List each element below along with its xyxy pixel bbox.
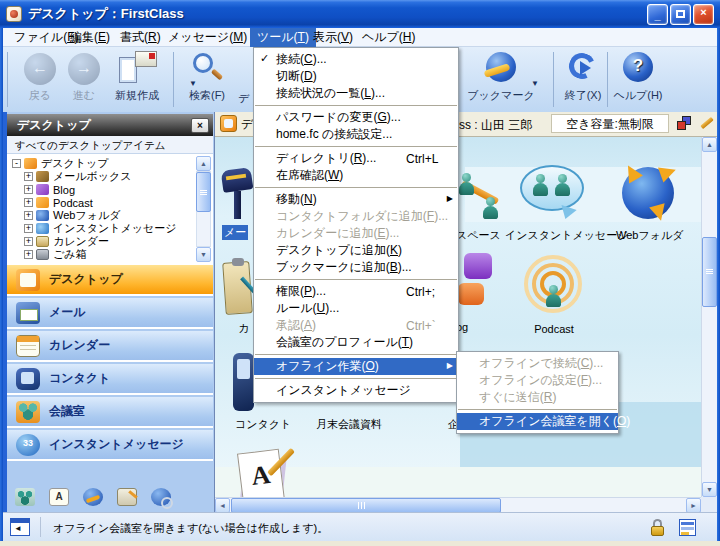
scroll-thumb[interactable] — [196, 172, 211, 212]
menu-item-move[interactable]: 移動(N) ▶ — [254, 191, 458, 208]
expand-icon[interactable]: + — [24, 250, 33, 259]
scroll-thumb[interactable] — [702, 237, 717, 307]
bookmark-button[interactable]: ブックマーク — [461, 51, 541, 103]
webfolder-icon — [36, 210, 49, 221]
bookmark-dropdown-arrow[interactable]: ▼ — [531, 79, 539, 88]
scroll-left-button[interactable]: ◄ — [215, 498, 230, 512]
calendar-desktop-icon[interactable] — [224, 258, 254, 318]
maximize-button[interactable] — [670, 4, 691, 25]
menu-item-change-password[interactable]: パスワードの変更(G)... — [254, 109, 458, 126]
minimize-button[interactable]: _ — [647, 4, 668, 25]
tree-item-mailbox[interactable]: + メールボックス — [24, 170, 213, 183]
menu-view[interactable]: 表示(V) — [306, 28, 360, 47]
podcast-label[interactable]: Podcast — [522, 323, 586, 335]
podcast-desktop-icon[interactable] — [522, 255, 586, 319]
scroll-up-button[interactable]: ▲ — [196, 156, 211, 171]
workspace-mini-icon[interactable] — [15, 488, 35, 506]
collapse-icon[interactable]: - — [12, 159, 21, 168]
tree-item-trash[interactable]: + ごみ箱 — [24, 248, 213, 261]
notes-mini-icon[interactable] — [117, 488, 137, 506]
calendar-label-fragment[interactable]: カ — [238, 321, 249, 336]
mailbox-desktop-icon[interactable] — [222, 165, 256, 223]
submenu-item-open-offline-conference[interactable]: オフライン会議室を開く(O) — [457, 413, 618, 430]
menu-item-connect[interactable]: ✓ 接続(C)... — [254, 51, 458, 68]
vertical-scrollbar[interactable]: ▲ ▼ — [701, 137, 717, 497]
submenu-item-send-now[interactable]: すぐに送信(R) — [457, 389, 618, 406]
expand-icon[interactable]: + — [24, 211, 33, 220]
instant-message-label[interactable]: インスタントメッセージ — [505, 228, 605, 243]
menu-edit[interactable]: 編集(E) — [63, 28, 117, 47]
horizontal-scrollbar[interactable]: ◄ ► — [215, 497, 701, 512]
tree-scrollbar[interactable]: ▲ ▼ — [196, 156, 211, 262]
scroll-right-button[interactable]: ► — [686, 498, 701, 512]
menu-item-approval[interactable]: 承認(A) Ctrl+` — [254, 317, 458, 334]
menu-format[interactable]: 書式(R) — [113, 28, 168, 47]
menu-item-rules[interactable]: ルール(U)... — [254, 300, 458, 317]
new-message-button[interactable]: 新規作成 — [107, 51, 167, 103]
forward-button[interactable]: → 進む — [61, 51, 107, 103]
expand-icon[interactable]: + — [24, 172, 33, 181]
scroll-up-button[interactable]: ▲ — [702, 137, 717, 152]
nav-desktop[interactable]: デスクトップ — [7, 265, 213, 296]
exit-icon — [566, 51, 600, 85]
nav-mail[interactable]: メール — [7, 298, 213, 329]
scroll-down-button[interactable]: ▼ — [702, 482, 717, 497]
contact-icon — [16, 368, 40, 390]
expand-icon[interactable]: + — [24, 185, 33, 194]
panel-close-button[interactable]: × — [191, 118, 209, 133]
firstclass-window: デスクトップ：FirstClass _ × ファイル(F) 編集(E) 書式(R… — [0, 0, 720, 546]
close-button[interactable]: × — [693, 4, 714, 25]
monthly-doc-label[interactable]: 月末会議資料 — [316, 417, 382, 432]
menu-item-conference-profile[interactable]: 会議室のプロフィール(T) — [254, 334, 458, 351]
nav-conference[interactable]: 会議室 — [7, 397, 213, 428]
menu-item-presence[interactable]: 在席確認(W) — [254, 167, 458, 184]
edit-pencil-icon[interactable] — [698, 115, 714, 131]
menu-help[interactable]: ヘルプ(H) — [355, 28, 423, 47]
sidebar-mini-icons: A — [7, 480, 213, 514]
webfolder-mini-icon[interactable] — [83, 488, 103, 506]
expand-icon[interactable]: + — [24, 198, 33, 207]
menu-item-connection-list[interactable]: 接続状況の一覧(L)... — [254, 85, 458, 102]
menu-item-add-to-bookmarks[interactable]: ブックマークに追加(B)... — [254, 259, 458, 276]
instant-message-desktop-icon[interactable] — [520, 165, 588, 227]
directory-button-partial[interactable]: デ — [235, 51, 253, 106]
tree-item-blog[interactable]: + Blog — [24, 183, 213, 196]
mailbox-label-selected[interactable]: メー — [222, 225, 248, 240]
menu-item-offline-work[interactable]: オフライン作業(O) ▶ — [254, 358, 458, 375]
menu-item-homefc-settings[interactable]: home.fc の接続設定... — [254, 126, 458, 143]
submenu-arrow-icon: ▶ — [447, 361, 453, 370]
expand-icon[interactable]: + — [24, 224, 33, 233]
scroll-down-button[interactable]: ▼ — [196, 247, 211, 262]
nav-instant-message[interactable]: 33 インスタントメッセージ — [7, 430, 213, 461]
menu-item-add-to-contacts[interactable]: コンタクトフォルダに追加(F)... — [254, 208, 458, 225]
lock-icon — [651, 519, 665, 536]
contact-label[interactable]: コンタクト — [235, 417, 291, 432]
help-button[interactable]: ? ヘルプ(H) — [613, 51, 663, 103]
menu-item-add-to-desktop[interactable]: デスクトップに追加(K) — [254, 242, 458, 259]
menu-item-add-to-calendar[interactable]: カレンダーに追加(E)... — [254, 225, 458, 242]
menu-item-disconnect[interactable]: 切断(D) — [254, 68, 458, 85]
websearch-mini-icon[interactable] — [151, 488, 171, 506]
webfolder-desktop-icon[interactable] — [616, 161, 680, 227]
menu-item-instant-message[interactable]: インスタントメッセージ — [254, 382, 458, 399]
submenu-item-offline-connect[interactable]: オフラインで接続(C)... — [457, 355, 618, 372]
workspace-label-fragment[interactable]: スペース — [456, 228, 501, 243]
submenu-item-offline-settings[interactable]: オフラインの設定(F)... — [457, 372, 618, 389]
nav-calendar[interactable]: カレンダー — [7, 331, 213, 362]
sidebar-toggle-icon[interactable]: ◄ — [10, 518, 30, 536]
nav-contact[interactable]: コンタクト — [7, 364, 213, 395]
list-view-icon[interactable] — [679, 519, 696, 536]
overlap-windows-icon[interactable] — [677, 116, 691, 130]
scroll-thumb[interactable] — [231, 498, 501, 512]
back-button[interactable]: ← 戻る — [17, 51, 63, 103]
exit-button[interactable]: 終了(X) — [559, 51, 607, 103]
menu-message[interactable]: メッセージ(M) — [161, 28, 254, 47]
menu-item-directory[interactable]: ディレクトリ(R)... Ctrl+L — [254, 150, 458, 167]
workspace-desktop-icon[interactable] — [458, 171, 508, 229]
menu-item-permissions[interactable]: 権限(P)... Ctrl+; — [254, 283, 458, 300]
blog-desktop-icon[interactable] — [458, 253, 494, 319]
webfolder-label[interactable]: Webフォルダ — [616, 228, 680, 243]
document-mini-icon[interactable]: A — [49, 488, 69, 506]
search-button[interactable]: 検索(F) — [183, 51, 231, 103]
expand-icon[interactable]: + — [24, 237, 33, 246]
